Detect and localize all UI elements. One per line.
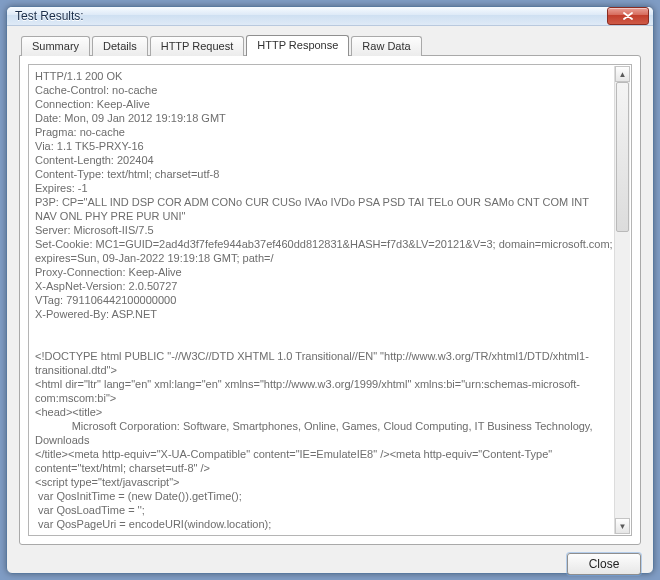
window-title: Test Results: [15,9,607,23]
tab-details[interactable]: Details [92,36,148,56]
close-icon [623,12,633,20]
scroll-down-button[interactable]: ▼ [615,518,630,534]
scroll-up-button[interactable]: ▲ [615,66,630,82]
tab-summary[interactable]: Summary [21,36,90,56]
response-textbox[interactable]: HTTP/1.1 200 OK Cache-Control: no-cache … [28,64,632,536]
tab-label: Summary [32,40,79,52]
tab-panel: HTTP/1.1 200 OK Cache-Control: no-cache … [19,55,641,545]
button-label: Close [589,557,620,571]
tab-label: Raw Data [362,40,410,52]
triangle-up-icon: ▲ [619,70,627,79]
dialog-window: Test Results: Summary Details HTTP Reque… [6,6,654,574]
tabstrip: Summary Details HTTP Request HTTP Respon… [19,34,641,55]
tab-http-request[interactable]: HTTP Request [150,36,245,56]
tab-http-response[interactable]: HTTP Response [246,35,349,56]
tab-label: HTTP Response [257,39,338,51]
tab-raw-data[interactable]: Raw Data [351,36,421,56]
scroll-track[interactable] [615,82,630,518]
response-body-text: HTTP/1.1 200 OK Cache-Control: no-cache … [35,69,613,531]
triangle-down-icon: ▼ [619,522,627,531]
dialog-footer: Close [19,545,641,575]
scroll-thumb[interactable] [616,82,629,232]
vertical-scrollbar[interactable]: ▲ ▼ [614,66,630,534]
close-button[interactable]: Close [567,553,641,575]
window-close-button[interactable] [607,7,649,25]
tab-label: HTTP Request [161,40,234,52]
tab-label: Details [103,40,137,52]
titlebar[interactable]: Test Results: [7,7,653,26]
client-area: Summary Details HTTP Request HTTP Respon… [7,26,653,580]
